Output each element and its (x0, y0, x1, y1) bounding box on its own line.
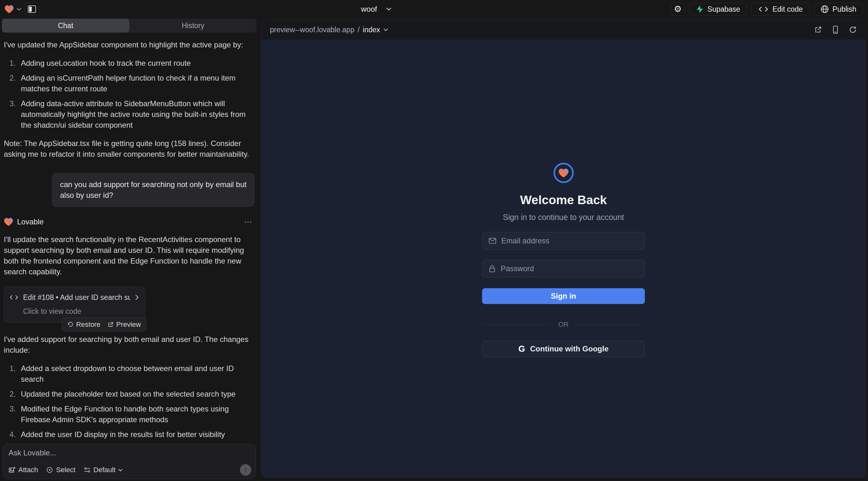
external-link-icon (814, 26, 822, 34)
sidebar-toggle-button[interactable] (25, 3, 39, 16)
list-item: Adding data-active attribute to SidebarM… (7, 98, 255, 130)
edit-card[interactable]: Edit #108 • Add user ID search supp... C… (4, 287, 145, 323)
gear-icon: ⚙ (674, 5, 682, 13)
tab-chat[interactable]: Chat (2, 19, 129, 33)
chevron-down-icon (118, 469, 123, 472)
restore-icon (67, 321, 74, 328)
edit-code-button[interactable]: Edit code (751, 3, 809, 15)
select-button[interactable]: Select (46, 466, 75, 474)
preview-url-selector[interactable]: preview--woof.lovable.app / index (270, 26, 388, 34)
edit-actions-pill: Restore Preview (62, 318, 146, 331)
mobile-phone-icon (832, 26, 839, 34)
edit-card-subtitle: Click to view code (23, 306, 139, 317)
attach-button[interactable]: Attach (8, 466, 38, 474)
preview-app: Welcome Back Sign in to continue to your… (261, 39, 866, 478)
preview-path-separator: / (358, 26, 360, 34)
globe-icon (820, 5, 829, 13)
google-sign-in-button[interactable]: G Continue with Google (482, 341, 645, 357)
list-item: Adding an isCurrentPath helper function … (7, 73, 255, 94)
publish-button[interactable]: Publish (814, 3, 863, 15)
chevron-down-icon (383, 28, 388, 31)
mode-selector[interactable]: Default (84, 466, 123, 474)
google-g-icon: G (518, 344, 525, 354)
arrow-up-icon: ↑ (244, 466, 248, 474)
assistant-name: Lovable (17, 217, 43, 227)
lock-icon (489, 265, 496, 272)
sidebar-panel-icon (28, 5, 36, 13)
app-logo (554, 163, 574, 183)
assistant-list: Added a select dropdown to choose betwee… (7, 363, 255, 440)
email-field[interactable] (501, 236, 638, 245)
refresh-icon (849, 26, 857, 34)
google-label: Continue with Google (530, 345, 609, 353)
edit-code-label: Edit code (773, 5, 803, 13)
code-brackets-icon (758, 6, 769, 13)
code-brackets-icon (9, 294, 19, 300)
user-message-bubble: can you add support for searching not on… (52, 173, 255, 207)
password-field-wrapper (482, 260, 645, 278)
assistant-paragraph: I'll update the search functionality in … (4, 234, 255, 277)
mobile-view-button[interactable] (832, 26, 839, 34)
list-item: Added the user ID display in the results… (7, 429, 255, 440)
external-link-icon (107, 321, 114, 328)
composer: Attach Select Default ↑ (3, 444, 256, 479)
select-target-icon (46, 467, 53, 473)
refresh-button[interactable] (849, 26, 857, 34)
list-item: Updated the placeholder text based on th… (7, 389, 255, 399)
chat-history-tabs: Chat History (2, 19, 257, 33)
mode-label: Default (94, 466, 116, 474)
or-divider: OR (482, 320, 645, 329)
settings-button[interactable]: ⚙ (671, 3, 685, 16)
list-item: Modified the Edge Function to handle bot… (7, 404, 255, 425)
supabase-label: Supabase (707, 5, 740, 13)
preview-header: preview--woof.lovable.app / index (261, 20, 866, 39)
list-item: Adding useLocation hook to track the cur… (7, 58, 255, 69)
preview-panel: preview--woof.lovable.app / index (261, 20, 866, 478)
send-button[interactable]: ↑ (240, 464, 251, 476)
tab-history[interactable]: History (129, 19, 257, 33)
lovable-heart-icon (4, 5, 14, 13)
lovable-logo-menu[interactable] (4, 5, 22, 13)
or-label: OR (558, 320, 569, 329)
attach-image-icon (8, 467, 16, 473)
top-bar: woof ⚙ Supabase Edit code Publish (0, 0, 868, 18)
restore-button[interactable]: Restore (67, 320, 100, 329)
preview-domain: preview--woof.lovable.app (270, 26, 354, 34)
list-item: Added a select dropdown to choose betwee… (7, 363, 255, 385)
preview-label: Preview (116, 320, 141, 329)
chat-panel: Chat History I've updated the AppSidebar… (0, 18, 258, 481)
supabase-bolt-icon (696, 5, 704, 13)
envelope-icon (489, 238, 496, 244)
heart-icon (558, 168, 569, 178)
assistant-paragraph: I've updated the AppSidebar component to… (4, 39, 255, 50)
email-field-wrapper (482, 232, 645, 250)
restore-label: Restore (76, 320, 100, 329)
publish-label: Publish (833, 5, 856, 13)
assistant-header: Lovable ⋯ (4, 217, 255, 227)
edit-card-wrapper: Edit #108 • Add user ID search supp... C… (4, 287, 145, 323)
sliders-icon (84, 467, 91, 473)
chevron-down-icon (386, 7, 392, 11)
select-label: Select (56, 466, 75, 474)
supabase-button[interactable]: Supabase (689, 3, 747, 15)
assistant-paragraph: I've added support for searching by both… (4, 334, 255, 356)
chevron-down-icon (17, 8, 22, 11)
open-in-new-tab-button[interactable] (814, 26, 822, 34)
preview-page-name: index (363, 26, 380, 34)
chevron-right-icon (135, 294, 139, 300)
edit-card-title: Edit #108 • Add user ID search supp... (23, 292, 130, 303)
login-subtitle: Sign in to continue to your account (503, 213, 624, 222)
message-menu-icon[interactable]: ⋯ (244, 217, 255, 227)
attach-label: Attach (18, 466, 38, 474)
project-menu[interactable]: woof (361, 0, 392, 18)
divider-line (576, 325, 645, 325)
assistant-note: Note: The AppSidebar.tsx file is getting… (4, 138, 255, 160)
assistant-list: Adding useLocation hook to track the cur… (7, 58, 255, 130)
project-title: woof (361, 5, 377, 13)
password-field[interactable] (501, 264, 638, 273)
chat-input[interactable] (8, 448, 250, 461)
lovable-heart-icon (4, 218, 13, 226)
login-title: Welcome Back (520, 193, 607, 207)
sign-in-button[interactable]: Sign in (482, 288, 645, 304)
preview-button[interactable]: Preview (107, 320, 141, 329)
